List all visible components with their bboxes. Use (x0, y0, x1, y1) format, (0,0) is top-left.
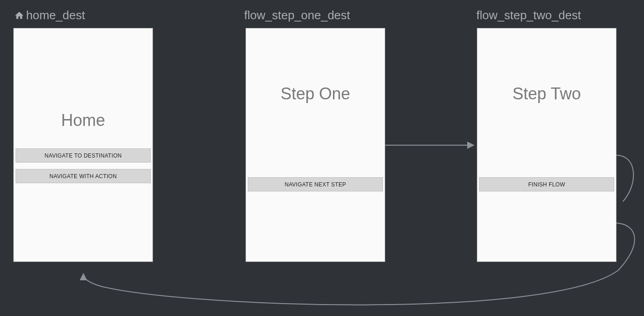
button-finish-flow[interactable]: FINISH FLOW (479, 177, 614, 191)
dest-label-step-one-text: flow_step_one_dest (244, 8, 350, 22)
arrow-step-two-right-curve (617, 155, 633, 202)
screen-step-one[interactable]: Step One NAVIGATE NEXT STEP (246, 28, 385, 262)
button-navigate-next-step[interactable]: NAVIGATE NEXT STEP (248, 177, 383, 191)
home-icon (14, 11, 24, 21)
screen-step-one-title: Step One (246, 84, 385, 104)
screen-home[interactable]: Home NAVIGATE TO DESTINATION NAVIGATE WI… (13, 28, 153, 262)
dest-label-step-one: flow_step_one_dest (244, 8, 350, 22)
dest-label-step-two-text: flow_step_two_dest (476, 8, 581, 22)
screen-step-two-title: Step Two (477, 84, 616, 104)
dest-label-home: home_dest (14, 8, 85, 22)
button-navigate-with-action[interactable]: NAVIGATE WITH ACTION (16, 169, 151, 183)
screen-step-two[interactable]: Step Two FINISH FLOW (477, 28, 617, 262)
screen-home-title: Home (14, 111, 153, 130)
dest-label-home-text: home_dest (26, 8, 85, 22)
dest-label-step-two: flow_step_two_dest (476, 8, 581, 22)
button-navigate-to-destination[interactable]: NAVIGATE TO DESTINATION (16, 148, 151, 163)
